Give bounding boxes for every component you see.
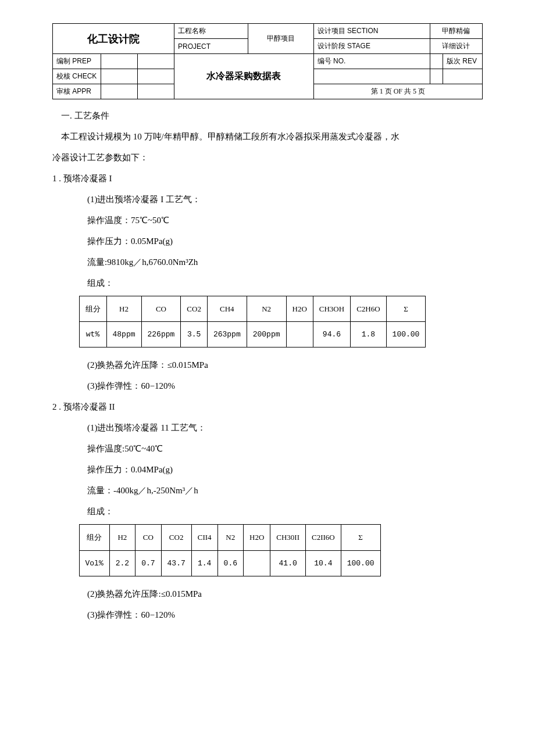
- section-label: 设计项目 SECTION: [313, 24, 430, 39]
- institute-name: 化工设计院: [53, 24, 174, 54]
- t2v3: 1.4: [191, 550, 217, 576]
- section-value: 甲醇精偏: [430, 24, 482, 39]
- t1h6: H2O: [286, 296, 313, 322]
- t2h7: CH30II: [270, 525, 306, 550]
- check-value: [101, 69, 138, 84]
- document-title: 水冷器采购数据表: [174, 54, 314, 99]
- t1v4: 200ppm: [247, 322, 286, 347]
- item1-title: 1 . 预塔冷凝器 I: [52, 168, 483, 189]
- t2h2: CO: [135, 525, 161, 550]
- t1h9: Σ: [386, 296, 426, 322]
- check-label: 校核 CHECK: [53, 69, 101, 84]
- t2r: Vol%: [79, 550, 109, 576]
- rev-blank1: [430, 69, 443, 84]
- t1v5: [286, 322, 313, 347]
- item1-temp: 操作温度：75℃~50℃: [52, 210, 483, 231]
- t1v2: 3.5: [181, 322, 208, 347]
- item2-title: 2 . 预塔冷凝器 II: [52, 396, 483, 417]
- t2h6: H2O: [244, 525, 270, 550]
- t1h4: CH4: [207, 296, 247, 322]
- composition-table-2: 组分 H2 CO CO2 CII4 N2 H2O CH30II C2II6O Σ…: [79, 524, 381, 576]
- t2h1: H2: [109, 525, 135, 550]
- prep-label: 编制 PREP: [53, 54, 101, 69]
- item1-sub3: (3)操作弹性：60−120%: [52, 375, 483, 396]
- t2v0: 2.2: [109, 550, 135, 576]
- item2-sub1: (1)进出预塔冷凝器 11 工艺气：: [52, 417, 483, 438]
- t2v2: 43.7: [161, 550, 191, 576]
- t2v4: 0.6: [217, 550, 243, 576]
- project-label: 工程名称: [174, 24, 248, 39]
- t1h5: N2: [247, 296, 286, 322]
- item2-comp-label: 组成：: [52, 501, 483, 522]
- t1r: wt%: [79, 322, 106, 347]
- item2-flow: 流量：-400kg／h,-250Nm³／h: [52, 480, 483, 501]
- t2v5: [244, 550, 270, 576]
- section-title: 一. 工艺条件: [52, 105, 483, 126]
- t1h0: 组分: [79, 296, 106, 322]
- t1h8: C2H6O: [351, 296, 386, 322]
- stage-label: 设计阶段 STAGE: [313, 39, 430, 54]
- appr-label: 审核 APPR: [53, 84, 101, 99]
- header-table: 化工设计院 工程名称 甲醇项目 设计项目 SECTION 甲醇精偏 PROJEC…: [52, 23, 483, 99]
- t1v0: 48ppm: [106, 322, 141, 347]
- t2v6: 41.0: [270, 550, 306, 576]
- rev-label: 版次 REV: [443, 54, 483, 69]
- item2-press: 操作压力：0.04MPa(g): [52, 459, 483, 480]
- prep-date: [138, 54, 174, 69]
- no-value2: [313, 69, 430, 84]
- t2h5: N2: [217, 525, 243, 550]
- table1-data-row: wt% 48ppm 226ppm 3.5 263ppm 200ppm 94.6 …: [79, 322, 426, 347]
- page-info: 第 1 页 OF 共 5 页: [313, 84, 482, 99]
- item2-temp: 操作温度:50℃~40℃: [52, 438, 483, 459]
- appr-date: [138, 84, 174, 99]
- t2h4: CII4: [191, 525, 217, 550]
- t1v8: 100.00: [386, 322, 426, 347]
- no-value: [430, 54, 443, 69]
- stage-value: 详细设计: [430, 39, 482, 54]
- content-body: 一. 工艺条件 本工程设计规模为 10 万吨/年精甲醇。甲醇精储工段所有水冷器拟…: [52, 105, 483, 625]
- check-date: [138, 69, 174, 84]
- intro-line-2: 冷器设计工艺参数如下：: [52, 147, 483, 168]
- rev-value: [443, 69, 483, 84]
- project-label-en: PROJECT: [174, 39, 248, 54]
- t2h9: Σ: [341, 525, 380, 550]
- item2-sub3: (3)操作弹性：60−120%: [52, 604, 483, 625]
- t2h8: C2II6O: [306, 525, 341, 550]
- t2h0: 组分: [79, 525, 109, 550]
- no-label: 编号 NO.: [313, 54, 430, 69]
- t1v1: 226ppm: [141, 322, 181, 347]
- table1-header-row: 组分 H2 CO CO2 CH4 N2 H2O CH3OH C2H6O Σ: [79, 296, 426, 322]
- item1-sub2: (2)换热器允许压降：≤0.015MPa: [52, 354, 483, 375]
- t1v3: 263ppm: [207, 322, 247, 347]
- item1-flow: 流量:9810kg／h,6760.0Nm³Zh: [52, 252, 483, 273]
- t2h3: CO2: [161, 525, 191, 550]
- t1h7: CH3OH: [313, 296, 350, 322]
- t2v8: 100.00: [341, 550, 380, 576]
- item1-sub1: (1)进出预塔冷凝器 I 工艺气：: [52, 189, 483, 210]
- intro-line-1: 本工程设计规模为 10 万吨/年精甲醇。甲醇精储工段所有水冷器拟采用蒸发式冷凝器…: [52, 126, 483, 147]
- t1v6: 94.6: [313, 322, 350, 347]
- item1-comp-label: 组成：: [52, 273, 483, 293]
- t1v7: 1.8: [351, 322, 386, 347]
- prep-value: [101, 54, 138, 69]
- t1h2: CO: [141, 296, 181, 322]
- t1h1: H2: [106, 296, 141, 322]
- item2-sub2: (2)换热器允许压降:≤0.015MPa: [52, 583, 483, 604]
- project-name: 甲醇项目: [248, 24, 314, 54]
- table2-data-row: Vol% 2.2 0.7 43.7 1.4 0.6 41.0 10.4 100.…: [79, 550, 380, 576]
- t2v7: 10.4: [306, 550, 341, 576]
- item1-press: 操作压力：0.05MPa(g): [52, 231, 483, 252]
- t2v1: 0.7: [135, 550, 161, 576]
- table2-header-row: 组分 H2 CO CO2 CII4 N2 H2O CH30II C2II6O Σ: [79, 525, 380, 550]
- t1h3: CO2: [181, 296, 208, 322]
- appr-value: [101, 84, 138, 99]
- composition-table-1: 组分 H2 CO CO2 CH4 N2 H2O CH3OH C2H6O Σ wt…: [79, 296, 426, 347]
